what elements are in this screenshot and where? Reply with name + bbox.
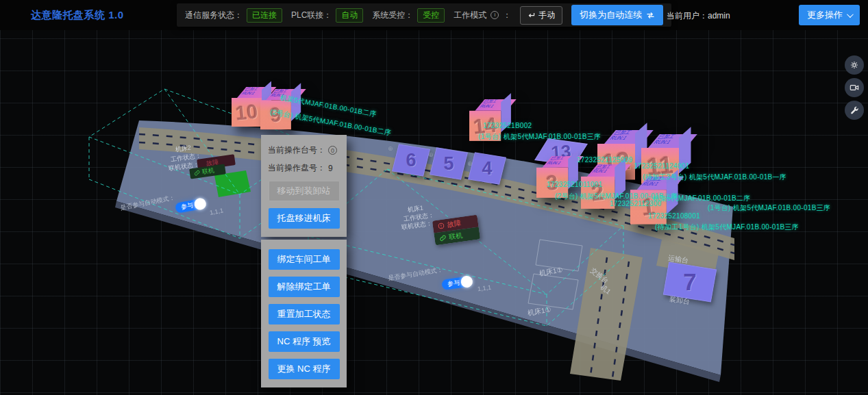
plc-status: PLC联接： 自动 <box>291 8 363 23</box>
tile-number: 5 <box>432 149 465 178</box>
cube-front-face: 10 <box>232 98 262 127</box>
order-label: 17232521011001 <box>547 181 602 188</box>
rack-tile-4[interactable]: 4 <box>468 152 506 184</box>
work-mode-group: 工作模式 ： <box>454 10 511 21</box>
tile-number: 7 <box>665 265 715 298</box>
work-mode-colon: ： <box>503 10 511 21</box>
current-pallet-row: 当前操作盘号： 9 <box>268 162 340 174</box>
unbind-work-order-button[interactable]: 解除绑定工单 <box>269 277 340 297</box>
current-station-row: 当前操作台号： 0 <box>268 144 340 156</box>
comm-status-label: 通信服务状态： <box>185 10 243 21</box>
link-icon <box>439 234 447 242</box>
cube-face-text: 已加工 RUN:1 <box>609 130 633 140</box>
online-text: 联机 <box>201 166 215 177</box>
more-actions-label: 更多操作 <box>807 9 843 21</box>
more-actions-button[interactable]: 更多操作 <box>799 5 860 25</box>
comm-status: 通信服务状态： 已连接 <box>185 8 282 23</box>
context-menu-panel: 当前操作台号： 0 当前操作盘号： 9 移动到装卸站 托盘移进机床 绑定车间工单… <box>261 135 347 387</box>
tile-number: 6 <box>395 146 427 175</box>
current-user: 当前用户：admin <box>667 10 730 22</box>
order-label: 机架5代MJAF.01B.00-01B二序 <box>653 194 750 203</box>
control-status-label: 系统受控： <box>372 10 413 21</box>
status-strip: 通信服务状态： 已连接 PLC联接： 自动 系统受控： 受控 工作模式 ： 手动 <box>177 3 671 27</box>
reset-machining-state-button[interactable]: 重置加工状态 <box>269 304 340 324</box>
manual-mode-label: 手动 <box>538 10 555 21</box>
rack-marker: ⊕ <box>388 145 393 152</box>
rack-marker: ⊕ <box>467 160 473 167</box>
alert-circle-icon <box>437 222 445 229</box>
current-user-value: admin <box>708 11 730 21</box>
plc-status-label: PLC联接： <box>291 10 332 21</box>
nc-program-preview-button[interactable]: NC 程序 预览 <box>269 331 340 352</box>
pallet-into-machine-button[interactable]: 托盘移进机床 <box>269 208 340 229</box>
context-card-top: 当前操作台号： 0 当前操作盘号： 9 移动到装卸站 托盘移进机床 <box>261 135 347 237</box>
current-station-value: 0 <box>328 146 337 155</box>
bind-work-order-button[interactable]: 绑定车间工单 <box>269 249 340 270</box>
current-user-label: 当前用户： <box>667 11 708 21</box>
manual-mode-button[interactable]: 手动 <box>520 6 562 25</box>
order-label: 17232521124001 <box>634 162 689 170</box>
order-label: (1号台) 机架5代MJAF.01B.00-01B三序 <box>478 132 601 142</box>
order-label: 17232521125009 <box>577 156 632 164</box>
switch-auto-label: 切换为自动连续 <box>580 9 642 21</box>
current-pallet-label: 当前操作盘号： <box>268 162 325 174</box>
fault-text: 故障 <box>447 218 462 230</box>
camera-view-button[interactable] <box>845 78 864 97</box>
plc-status-badge: 自动 <box>336 8 363 23</box>
tile-number: 4 <box>471 154 504 183</box>
work-mode-label: 工作模式 <box>454 10 486 21</box>
order-label: 1723252108001 <box>648 212 700 220</box>
cube-face-text: 已加工 RUN:1 <box>546 156 566 165</box>
order-label: (待加工3号台) 机架5代MJAF.01B.00-01B一序 <box>643 173 786 182</box>
rack-tile-6[interactable]: 6 <box>392 144 430 176</box>
cube-face-text: 已加工 RUN:1 <box>479 99 499 108</box>
tools-button[interactable] <box>845 101 864 120</box>
wrench-icon <box>850 105 860 116</box>
camera-icon <box>849 82 860 93</box>
order-label: (1号台) 机架5代MJAF.01B.00-01B三序 <box>708 203 830 213</box>
scene-viewport[interactable]: 13 6 5 4 7 ⊕ ⊕ ⊕ 已加工 RUN:1 10 已加工 RUN:1 … <box>0 30 868 395</box>
control-status: 系统受控： 受控 <box>372 8 445 23</box>
current-pallet-value: 9 <box>328 164 333 173</box>
control-status-badge: 受控 <box>417 8 445 23</box>
cube-face-text: 已加工 RUN:1 <box>653 134 677 144</box>
cube-face-text: 已加工 RUN:1 <box>240 87 260 95</box>
rack-marker: ⊕ <box>428 151 434 158</box>
switch-loop-icon <box>646 12 655 19</box>
order-label: 17232521B002 <box>483 122 532 129</box>
info-icon[interactable] <box>491 11 499 19</box>
order-label: (待加工1号台) 机架5代MJAF.01B.00-01B三序 <box>655 222 799 232</box>
settings-button[interactable] <box>845 55 864 75</box>
toggle-label: 参与 <box>180 201 193 210</box>
link-icon <box>194 170 201 177</box>
online-text: 联机 <box>448 231 463 242</box>
gear-icon <box>849 60 860 71</box>
cube-face-text: 已加工 RUN:1 <box>591 164 612 173</box>
cube-number: 10 <box>230 97 263 128</box>
context-card-bottom: 绑定车间工单 解除绑定工单 重置加工状态 NC 程序 预览 更换 NC 程序 <box>261 240 347 387</box>
replace-nc-program-button[interactable]: 更换 NC 程序 <box>269 359 340 379</box>
app-title: 达意隆托盘系统 1.0 <box>31 9 124 22</box>
app-window: 达意隆托盘系统 1.0 通信服务状态： 已连接 PLC联接： 自动 系统受控： … <box>0 0 868 395</box>
chevron-down-icon <box>847 11 854 18</box>
comm-status-badge: 已连接 <box>247 8 282 23</box>
switch-auto-button[interactable]: 切换为自动连续 <box>571 5 663 25</box>
toggle-label: 参与 <box>447 279 460 287</box>
move-to-dock-button[interactable]: 移动到装卸站 <box>269 181 340 201</box>
enter-icon <box>528 12 535 18</box>
rack-tile-5[interactable]: 5 <box>430 147 468 179</box>
current-station-label: 当前操作台号： <box>268 144 325 156</box>
top-bar: 达意隆托盘系统 1.0 通信服务状态： 已连接 PLC联接： 自动 系统受控： … <box>0 0 868 30</box>
